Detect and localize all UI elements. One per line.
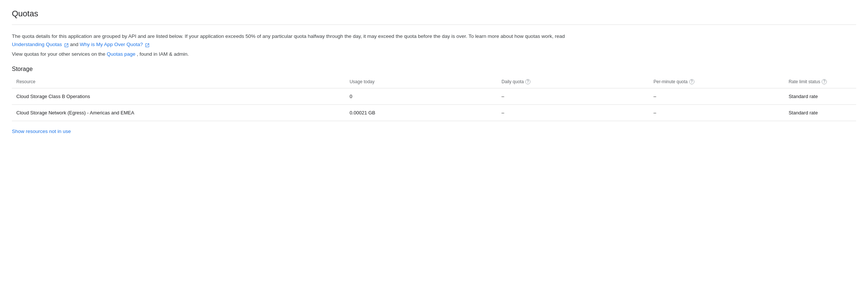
row1-per-minute: –	[654, 88, 789, 105]
row2-daily-quota: –	[502, 105, 654, 121]
table-header: Resource Usage today Daily quota ?	[12, 75, 856, 88]
quotas-page-link[interactable]: Quotas page	[107, 51, 137, 57]
col-header-per-minute: Per-minute quota ?	[654, 75, 789, 88]
description-line2: View quotas for your other services on t…	[12, 51, 856, 57]
row1-rate-limit: Standard rate	[789, 88, 856, 105]
desc-and-text: and	[70, 42, 80, 47]
table-body: Cloud Storage Class B Operations 0 – – S…	[12, 88, 856, 121]
row2-usage: 0.00021 GB	[349, 105, 502, 121]
header-row: Resource Usage today Daily quota ?	[12, 75, 856, 88]
page-title: Quotas	[12, 9, 856, 19]
row1-resource: Cloud Storage Class B Operations	[12, 88, 349, 105]
show-resources-link[interactable]: Show resources not in use	[12, 129, 71, 134]
table-row: Cloud Storage Network (Egress) - America…	[12, 105, 856, 121]
row2-per-minute: –	[654, 105, 789, 121]
external-link-icon-2	[145, 42, 149, 46]
description-line1: The quota details for this application a…	[12, 32, 568, 48]
rate-limit-help-icon[interactable]: ?	[822, 79, 827, 84]
storage-section-title: Storage	[12, 66, 856, 72]
row1-daily-quota: –	[502, 88, 654, 105]
desc-text-1: The quota details for this application a…	[12, 33, 565, 39]
row1-usage: 0	[349, 88, 502, 105]
col-header-usage: Usage today	[349, 75, 502, 88]
col-header-resource: Resource	[12, 75, 349, 88]
col-header-rate-limit: Rate limit status ?	[789, 75, 856, 88]
section-divider	[12, 25, 856, 25]
row2-resource: Cloud Storage Network (Egress) - America…	[12, 105, 349, 121]
daily-quota-help-icon[interactable]: ?	[525, 79, 530, 84]
quota-table: Resource Usage today Daily quota ?	[12, 75, 856, 121]
app-over-quota-link[interactable]: Why is My App Over Quota?	[80, 42, 149, 47]
per-minute-quota-help-icon[interactable]: ?	[689, 79, 694, 84]
row2-rate-limit: Standard rate	[789, 105, 856, 121]
col-header-daily-quota: Daily quota ?	[502, 75, 654, 88]
external-link-icon-1	[64, 42, 69, 46]
table-row: Cloud Storage Class B Operations 0 – – S…	[12, 88, 856, 105]
understanding-quotas-link[interactable]: Understanding Quotas	[12, 42, 70, 47]
page-container: Quotas The quota details for this applic…	[0, 0, 868, 143]
